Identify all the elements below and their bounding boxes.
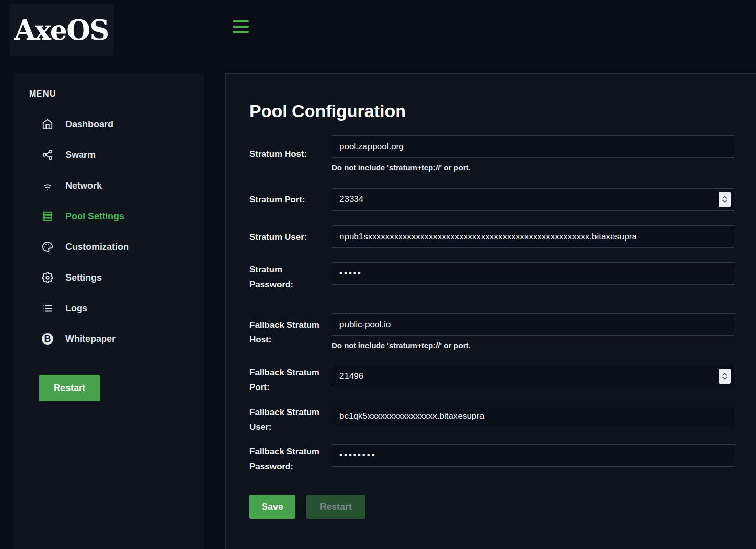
- sidebar-item-label: Whitepaper: [65, 334, 116, 345]
- pool-configuration-form: Stratum Host: Do not include 'stratum+tc…: [249, 135, 735, 474]
- stratum-port-input[interactable]: [332, 188, 735, 211]
- field-row-stratum-user: Stratum User:: [249, 225, 735, 248]
- sidebar-item-label: Pool Settings: [65, 211, 124, 222]
- sidebar-item-settings[interactable]: Settings: [14, 262, 204, 293]
- sidebar-item-label: Logs: [65, 303, 87, 314]
- sidebar-item-label: Network: [65, 180, 102, 191]
- sidebar-item-network[interactable]: Network: [14, 170, 204, 201]
- sidebar-item-pool-settings[interactable]: Pool Settings: [14, 201, 204, 232]
- sidebar-item-logs[interactable]: Logs: [14, 293, 204, 324]
- list-icon: [42, 303, 53, 314]
- stratum-user-input[interactable]: [332, 225, 735, 248]
- field-row-stratum-password: Stratum Password:: [249, 262, 735, 292]
- fallback-stratum-port-input[interactable]: [332, 365, 735, 387]
- menu-header: MENU: [29, 89, 204, 99]
- save-button[interactable]: Save: [249, 495, 295, 519]
- stratum-host-helper: Do not include 'stratum+tcp://' or port.: [332, 163, 735, 173]
- sidebar-item-label: Customization: [65, 242, 129, 253]
- hamburger-icon: [233, 31, 249, 33]
- field-row-stratum-host: Stratum Host: Do not include 'stratum+tc…: [249, 135, 735, 173]
- fallback-stratum-port-stepper[interactable]: [719, 369, 731, 384]
- share-icon: [42, 149, 53, 161]
- fallback-stratum-password-label: Fallback Stratum Password:: [249, 444, 332, 474]
- fallback-stratum-user-input[interactable]: [332, 405, 735, 427]
- field-row-stratum-port: Stratum Port:: [249, 188, 735, 211]
- hamburger-icon: [233, 26, 249, 28]
- sidebar-item-label: Dashboard: [65, 119, 113, 130]
- fallback-stratum-password-input[interactable]: [332, 444, 735, 467]
- server-icon: [42, 211, 53, 222]
- fallback-stratum-port-label: Fallback Stratum Port:: [249, 365, 332, 395]
- page-title: Pool Configuration: [249, 100, 735, 122]
- chevron-up-down-icon: [722, 372, 728, 380]
- form-actions: Save Restart: [249, 495, 735, 519]
- sidebar-item-whitepaper[interactable]: B Whitepaper: [14, 324, 204, 354]
- palette-icon: [42, 241, 53, 253]
- stratum-password-input[interactable]: [332, 262, 735, 285]
- wifi-icon: [42, 180, 53, 191]
- stratum-port-label: Stratum Port:: [249, 192, 332, 207]
- field-row-fallback-stratum-port: Fallback Stratum Port:: [249, 365, 735, 395]
- stratum-password-label: Stratum Password:: [249, 262, 332, 292]
- app-logo[interactable]: AxeOS: [9, 4, 113, 56]
- menu-toggle-button[interactable]: [233, 18, 251, 35]
- stratum-port-stepper[interactable]: [719, 192, 731, 207]
- sidebar-item-label: Settings: [65, 272, 102, 283]
- fallback-stratum-host-input[interactable]: [332, 313, 735, 336]
- chevron-up-down-icon: [722, 195, 728, 203]
- sidebar-menu: Dashboard Swarm Network Pool Settin: [14, 109, 204, 354]
- sidebar-item-label: Swarm: [65, 150, 96, 161]
- restart-button-disabled[interactable]: Restart: [306, 495, 365, 519]
- field-row-fallback-stratum-user: Fallback Stratum User:: [249, 405, 735, 434]
- sidebar-restart-button[interactable]: Restart: [39, 375, 100, 401]
- fallback-stratum-host-helper: Do not include 'stratum+tcp://' or port.: [332, 340, 735, 351]
- fallback-stratum-host-label: Fallback Stratum Host:: [249, 317, 332, 347]
- stratum-host-input[interactable]: [332, 135, 735, 158]
- hamburger-icon: [233, 20, 249, 22]
- home-icon: [42, 119, 53, 130]
- stratum-host-label: Stratum Host:: [249, 147, 332, 162]
- app-logo-text: AxeOS: [14, 14, 108, 47]
- sidebar: MENU Dashboard Swarm Network: [14, 73, 204, 549]
- gear-icon: [42, 272, 53, 283]
- bitcoin-icon: B: [42, 333, 53, 345]
- stratum-user-label: Stratum User:: [249, 230, 332, 244]
- sidebar-item-dashboard[interactable]: Dashboard: [14, 109, 204, 140]
- sidebar-item-customization[interactable]: Customization: [14, 232, 204, 262]
- fallback-stratum-user-label: Fallback Stratum User:: [249, 405, 332, 434]
- sidebar-item-swarm[interactable]: Swarm: [14, 140, 204, 170]
- field-row-fallback-stratum-host: Fallback Stratum Host: Do not include 's…: [249, 313, 735, 351]
- field-row-fallback-stratum-password: Fallback Stratum Password:: [249, 444, 735, 474]
- pool-configuration-panel: Pool Configuration Stratum Host: Do not …: [225, 73, 756, 549]
